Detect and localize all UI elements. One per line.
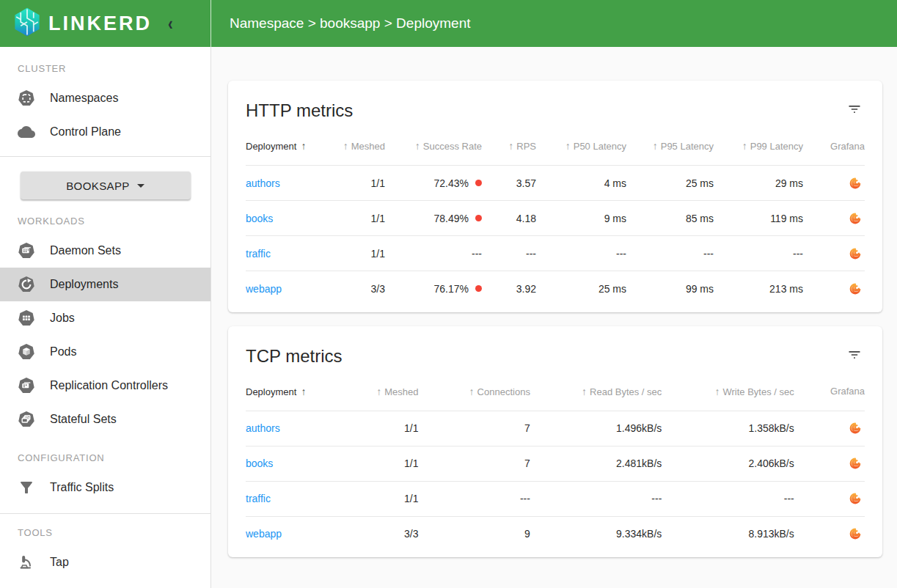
col-header-success-rate[interactable]: ↑Success Rate: [385, 128, 482, 166]
sidebar-item-control-plane[interactable]: Control Plane: [0, 115, 210, 149]
namespaces-icon: [18, 89, 35, 107]
col-header-p50[interactable]: ↑P50 Latency: [536, 128, 626, 166]
p99-cell: ---: [714, 236, 803, 271]
col-header-connections[interactable]: ↑Connections: [419, 374, 530, 411]
grafana-icon[interactable]: [849, 492, 862, 505]
sidebar-item-deployments[interactable]: Deployments: [0, 268, 210, 301]
sort-arrow-icon: ↑: [742, 140, 747, 152]
col-header-read-bytes[interactable]: ↑Read Bytes / sec: [530, 374, 662, 411]
breadcrumb: Namespace > booksapp > Deployment: [230, 15, 470, 32]
col-header-p95[interactable]: ↑P95 Latency: [626, 128, 714, 166]
grafana-cell: [803, 166, 865, 201]
deployment-link[interactable]: authors: [246, 422, 280, 434]
job-icon: [18, 309, 35, 327]
read-bytes-cell: 9.334kB/s: [530, 516, 662, 551]
section-label-cluster: CLUSTER: [0, 47, 210, 81]
section-label-tools: TOOLS: [0, 514, 210, 545]
grafana-cell: [803, 201, 865, 236]
sidebar-item-stateful-sets[interactable]: Stateful Sets: [0, 403, 210, 436]
sort-arrow-icon: ↑: [653, 140, 658, 152]
p99-cell: 213 ms: [714, 271, 803, 306]
sidebar-item-label: Tap: [50, 556, 69, 569]
sidebar-item-traffic-splits[interactable]: Traffic Splits: [0, 471, 210, 504]
linkerd-logo[interactable]: LINKERD: [12, 7, 152, 40]
section-label-workloads: WORKLOADS: [0, 199, 210, 234]
filter-icon[interactable]: [844, 345, 865, 368]
sort-arrow-icon: ↑: [508, 140, 513, 152]
sort-arrow-icon: ↑: [582, 386, 587, 397]
tap-icon: [18, 554, 35, 571]
replication-controller-icon: [18, 377, 35, 394]
statefulset-icon: [18, 411, 35, 428]
sidebar-header: LINKERD ‹: [0, 0, 211, 47]
sidebar-item-replication-controllers[interactable]: Replication Controllers: [0, 369, 210, 403]
deployment-link[interactable]: books: [246, 213, 273, 224]
sort-arrow-icon: ↑: [301, 140, 306, 152]
p95-cell: 85 ms: [626, 201, 714, 236]
success-rate-cell: 78.49%: [385, 201, 482, 236]
meshed-cell: 3/3: [334, 271, 385, 306]
deployment-link[interactable]: authors: [246, 177, 280, 189]
deployment-link[interactable]: books: [246, 457, 273, 469]
col-header-deployment[interactable]: Deployment↑: [246, 128, 334, 166]
grafana-cell: [794, 446, 865, 481]
grafana-icon[interactable]: [849, 422, 862, 435]
deployment-link[interactable]: webapp: [246, 528, 282, 540]
table-row: books 1/1 7 2.481kB/s 2.406kB/s: [246, 446, 865, 481]
grafana-icon[interactable]: [849, 527, 862, 540]
p95-cell: 25 ms: [626, 166, 714, 201]
grafana-icon[interactable]: [849, 247, 862, 260]
status-dot-icon: [475, 285, 482, 292]
table-row: webapp 3/3 76.17% 3.92 25 ms 99 ms 213 m…: [246, 271, 865, 306]
success-rate-cell: 76.17%: [385, 271, 482, 306]
write-bytes-cell: ---: [662, 481, 794, 516]
col-header-meshed[interactable]: ↑Meshed: [341, 374, 418, 411]
sidebar-item-jobs[interactable]: Jobs: [0, 301, 210, 335]
grafana-icon[interactable]: [849, 212, 862, 225]
col-header-rps[interactable]: ↑RPS: [482, 128, 536, 166]
deployment-link[interactable]: traffic: [246, 493, 271, 504]
grafana-icon[interactable]: [849, 282, 862, 295]
sidebar-collapse-icon[interactable]: ‹: [168, 14, 173, 33]
filter-icon[interactable]: [844, 99, 865, 122]
grafana-icon[interactable]: [849, 177, 862, 190]
deployment-link[interactable]: webapp: [246, 283, 282, 295]
grafana-cell: [803, 236, 865, 271]
success-rate-cell: ---: [385, 236, 482, 271]
p95-cell: 99 ms: [626, 271, 714, 306]
section-label-configuration: CONFIGURATION: [0, 436, 210, 471]
sidebar-item-label: Stateful Sets: [50, 413, 117, 426]
linkerd-logo-icon: [12, 7, 43, 40]
deployment-link[interactable]: traffic: [246, 248, 271, 260]
namespace-selector-button[interactable]: BOOKSAPP: [21, 172, 191, 199]
tcp-metrics-table: Deployment↑ ↑Meshed ↑Connections ↑Read B…: [246, 374, 865, 552]
p99-cell: 29 ms: [714, 166, 803, 201]
grafana-icon[interactable]: [849, 457, 862, 470]
sidebar-item-namespaces[interactable]: Namespaces: [0, 81, 210, 115]
sidebar-nav: CLUSTER Namespaces Control Plane BOOKSAP…: [0, 47, 211, 588]
sort-arrow-icon: ↑: [469, 386, 475, 397]
sort-arrow-icon: ↑: [714, 386, 720, 397]
sidebar-item-label: Deployments: [50, 278, 118, 291]
table-row: books 1/1 78.49% 4.18 9 ms 85 ms 119 ms: [246, 201, 865, 236]
col-header-write-bytes[interactable]: ↑Write Bytes / sec: [662, 374, 794, 411]
col-header-meshed[interactable]: ↑Meshed: [334, 128, 385, 166]
page-content[interactable]: HTTP metrics Deployment↑ ↑Meshed: [211, 47, 897, 588]
col-header-grafana: Grafana: [794, 374, 865, 411]
connections-cell: 7: [419, 446, 530, 481]
sidebar-item-daemon-sets[interactable]: Daemon Sets: [0, 234, 210, 268]
sidebar-item-pods[interactable]: Pods: [0, 335, 210, 369]
sidebar-item-tap[interactable]: Tap: [0, 545, 210, 579]
col-header-deployment[interactable]: Deployment↑: [246, 374, 341, 411]
app-window: LINKERD ‹ CLUSTER Namespaces Control Pla…: [0, 0, 897, 588]
logo-text: LINKERD: [48, 12, 152, 35]
read-bytes-cell: 1.496kB/s: [530, 411, 662, 446]
meshed-cell: 1/1: [334, 236, 385, 271]
col-header-p99[interactable]: ↑P99 Latency: [714, 128, 803, 166]
p50-cell: ---: [536, 236, 626, 271]
meshed-cell: 1/1: [334, 201, 385, 236]
sort-arrow-icon: ↑: [565, 140, 571, 152]
write-bytes-cell: 1.358kB/s: [662, 411, 794, 446]
table-row: traffic 1/1 --- --- --- --- ---: [246, 236, 865, 271]
namespace-selector-label: BOOKSAPP: [66, 180, 130, 192]
